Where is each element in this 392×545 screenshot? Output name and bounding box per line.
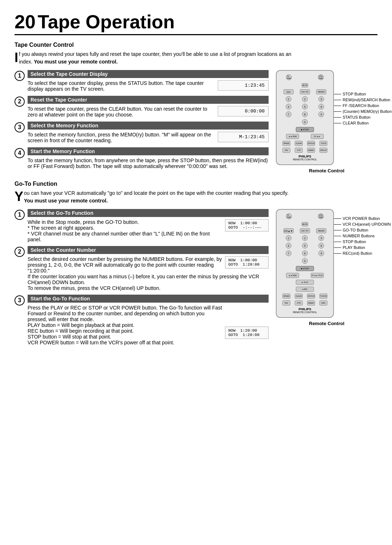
x2play-btn: X2PLAY — [319, 148, 327, 153]
mute-btn-2: MUTE — [302, 222, 308, 226]
step-4-heading: Start the Memory Function — [28, 147, 269, 155]
goto-step-1-display: NOW 1:00:00 GOTO -:--:-—- — [225, 219, 269, 231]
tape-counter-section: Tape Counter Control I f you always rewi… — [15, 42, 377, 173]
num-1: 1 — [286, 96, 291, 102]
step-3-circle: 3 — [15, 122, 25, 132]
n0: 0 — [302, 258, 308, 264]
fav-btn-2: FAV — [282, 300, 290, 306]
goto-step-1-circle: 1 — [15, 210, 25, 220]
num-2: 2 — [302, 96, 308, 102]
annotation-clear: CLEAR Button — [334, 121, 392, 125]
goto-heading: Go-To Function — [15, 181, 57, 187]
goto-step-2-circle: 2 — [15, 247, 25, 257]
step-2-circle: 2 — [15, 97, 25, 107]
tape-counter-heading: Tape Counter Control — [15, 42, 74, 48]
step-3-content: Select the Memory Function M-1:23:45 To … — [28, 122, 269, 144]
ann2-play: PLAY Button — [334, 245, 392, 250]
remote-1-column: TVPWR VCRPWR MUTE CH GO-TO MEMO — [276, 70, 377, 173]
ctr-btn: CTR — [295, 148, 303, 153]
goto-step-3-circle: 3 — [15, 295, 25, 306]
n4: 4 — [286, 243, 291, 249]
rmemo-btn: MEMO — [307, 148, 315, 153]
annotation-rew: REW(ind)/SEARCH Button — [334, 98, 392, 102]
remote-2-brand: PHILIPS — [280, 307, 330, 311]
mute-btn: MUTE — [302, 83, 308, 87]
memo-btn-r2: MEMO — [316, 228, 326, 233]
speed-btn-2: SPEED — [282, 294, 290, 299]
annotation-memo: (Counter) MEMO(ry) Button — [334, 109, 392, 114]
goto-step-1-content: Select the Go-To Function NOW 1:00:00 GO… — [28, 209, 269, 242]
step-4-text: To start the memory function, from anywh… — [28, 157, 269, 169]
annotation-stop: STOP Button — [334, 92, 392, 96]
remote-2-column: TVPWR VCRPWR MUTE CH▲▼ GO-TO MEMO — [276, 209, 377, 349]
ann2-number: NUMBER Buttons — [334, 234, 392, 238]
status-btn-r2: STATUS — [307, 294, 315, 299]
goto-step-3-text: Press the PLAY or REC or STOP or VCR POW… — [28, 305, 269, 322]
status-btn-r1: STATUS — [307, 141, 315, 146]
n2: 2 — [302, 235, 308, 241]
goto-step-2: 2 Select the Counter Number NOW 1:00:00 … — [15, 246, 269, 291]
step-1-heading: Select the Tape Counter Display — [28, 70, 269, 78]
n3: 3 — [318, 235, 324, 241]
clear-btn-r2: CLEAR — [295, 294, 303, 299]
goto-step-2-content: Select the Counter Number NOW 1:00:00 GO… — [28, 246, 269, 291]
num-6: 6 — [318, 104, 324, 110]
remote-1-brand-sub: REMOTE CONTROL — [280, 158, 330, 161]
goto-step-2-note1: If the counter location you want has a m… — [28, 274, 269, 285]
goto-step-1-heading: Select the Go-To Function — [28, 209, 269, 217]
goto-btn-r1: GO-TO — [300, 89, 310, 94]
goto-btn-r2: GO-TO — [300, 228, 310, 233]
remote-2-with-annotations: TVPWR VCRPWR MUTE CH▲▼ GO-TO MEMO — [276, 209, 377, 318]
step-2-heading: Reset the Tape Counter — [28, 96, 269, 104]
x2play-btn-2: X2PL — [319, 300, 327, 306]
speed-btn: SPEED — [282, 141, 290, 146]
tape-counter-intro: f you always rewind your tapes fully and… — [19, 51, 291, 57]
rec-btn-r2: ● REC — [296, 287, 314, 292]
play-btn-r2: ► PLAY — [296, 280, 314, 285]
num-4: 4 — [286, 104, 291, 110]
n5: 5 — [302, 243, 308, 249]
rew-btn-r2: ◄◄ REW — [286, 273, 299, 278]
ann2-stop: STOP Button — [334, 239, 392, 244]
drop-cap-Y: Y — [15, 190, 23, 203]
goto-step-3-content: Start the Go-To Function NOW 1:20:00 GOT… — [28, 295, 269, 345]
goto-step-2-display: NOW 1:00:00 GOTO 1:20:00 — [225, 256, 269, 269]
stop-btn-r1: ■ STOP — [296, 127, 314, 132]
remote-2-annotations: VCR POWER Button VCR CH(annel) UP/DOWN B… — [334, 216, 392, 255]
ff-btn-r2: FF ►► PLAY — [311, 273, 324, 278]
goto-step-2-heading: Select the Counter Number — [28, 246, 269, 254]
remote-2-label: Remote Control — [276, 321, 377, 326]
remote-2-body: TVPWR VCRPWR MUTE CH▲▼ GO-TO MEMO — [276, 209, 334, 318]
ann2-goto: GO-TO Button — [334, 228, 392, 232]
ann2-ch-updown: VCR CH(annel) UP/DOWN Buttons — [334, 222, 392, 226]
remote-1-label: Remote Control — [276, 168, 377, 173]
goto-intro: ou can have your VCR automatically "go t… — [24, 190, 289, 196]
tv-power-btn-2: TVPWR — [286, 213, 292, 219]
step-3-display: M-1:23:45 — [218, 132, 269, 142]
goto-step-1: 1 Select the Go-To Function NOW 1:00:00 … — [15, 209, 269, 242]
remote-1-illustration: TVPWR VCRPWR MUTE CH GO-TO MEMO — [276, 70, 334, 165]
num-7: 7 — [286, 111, 291, 117]
remote-2-illustration: TVPWR VCRPWR MUTE CH▲▼ GO-TO MEMO — [276, 209, 334, 318]
goto-step-3-display: NOW 1:20:00 GOTO 1:20:00 — [225, 327, 269, 339]
tape-counter-intro2: index. — [19, 59, 32, 65]
step-1-circle: 1 — [15, 71, 25, 81]
goto-step-2-note2: To remove the minus, press the VCR CH(an… — [28, 285, 269, 291]
tape-steps-left: 1 Select the Tape Counter Display 1:23:4… — [15, 70, 269, 173]
ctr-btn-2: CTR — [295, 300, 303, 306]
rew-btn-r1: ◄◄ REW — [286, 134, 299, 139]
tape-counter-bold: You must use your remote control. — [34, 59, 118, 65]
step-1-display: 1:23:45 — [218, 80, 269, 91]
tv-power-btn: TVPWR — [286, 74, 292, 80]
goto-step-1-note2: * VCR channel must be any channel number… — [28, 231, 269, 242]
vcr-power-btn: VCRPWR — [318, 74, 324, 80]
tape-step-3: 3 Select the Memory Function M-1:23:45 T… — [15, 122, 269, 144]
page-title-text: Tape Operation — [38, 11, 175, 33]
num-9: 9 — [318, 111, 324, 117]
remote-1-annotations: STOP Button REW(ind)/SEARCH Button FF /S… — [334, 92, 392, 125]
annotation-status: STATUS Button — [334, 115, 392, 119]
step-4-circle: 4 — [15, 148, 25, 158]
remote-1-body: TVPWR VCRPWR MUTE CH GO-TO MEMO — [276, 70, 334, 165]
ann2-vcr-power: VCR POWER Button — [334, 216, 392, 221]
page-number: 20 — [15, 11, 36, 33]
